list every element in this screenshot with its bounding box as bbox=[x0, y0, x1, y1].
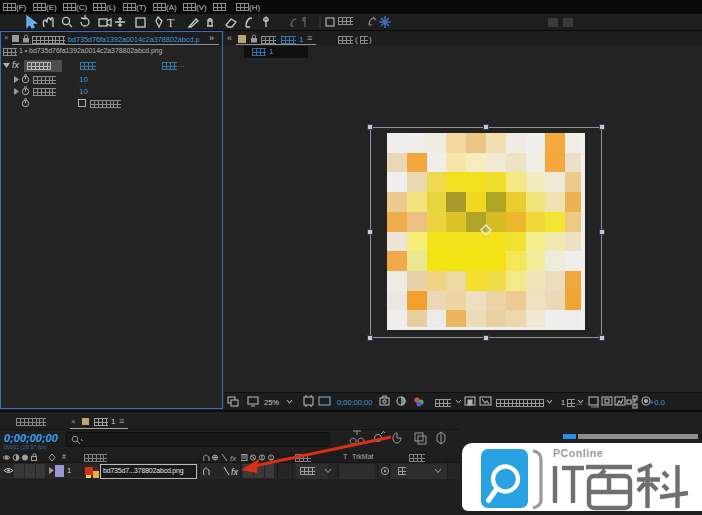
svg-text:T: T bbox=[167, 16, 175, 30]
